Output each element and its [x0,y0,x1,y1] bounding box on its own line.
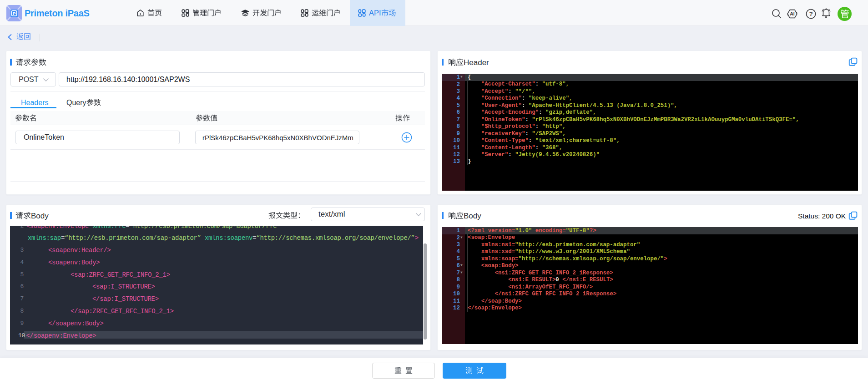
svg-text:AI: AI [790,11,795,16]
svg-text:?: ? [809,10,812,17]
svg-text:P: P [13,11,16,16]
